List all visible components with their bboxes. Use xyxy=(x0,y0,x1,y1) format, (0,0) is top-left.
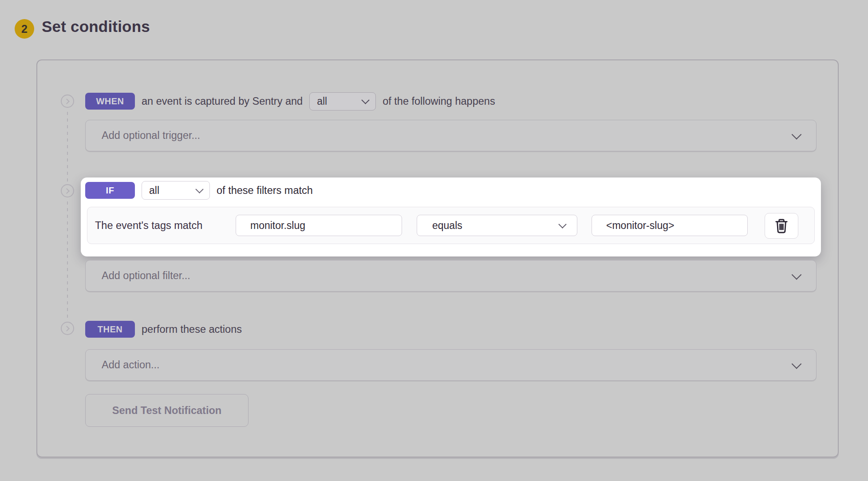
page: 2 Set conditions WHEN an event is captur… xyxy=(0,0,868,481)
filter-value-input[interactable] xyxy=(592,215,748,236)
if-badge: IF xyxy=(85,182,135,199)
delete-filter-button[interactable] xyxy=(765,213,798,239)
chevron-down-icon xyxy=(361,96,369,104)
then-badge: THEN xyxy=(85,321,135,338)
chevron-right-glyph xyxy=(64,188,70,194)
when-frequency-select-value: all xyxy=(317,95,327,107)
add-optional-filter-dropdown[interactable]: Add optional filter... xyxy=(85,260,817,292)
chevron-right-circle-icon xyxy=(61,322,74,335)
then-row: THEN perform these actions xyxy=(85,320,242,339)
when-badge: WHEN xyxy=(85,93,135,110)
page-title: Set conditions xyxy=(42,18,150,35)
chevron-right-circle-icon xyxy=(61,184,74,197)
if-spotlight-card: IF all of these filters match The event'… xyxy=(81,177,821,256)
when-text-after: of the following happens xyxy=(383,95,495,107)
chevron-down-icon xyxy=(792,129,802,139)
add-action-placeholder: Add action... xyxy=(102,359,160,371)
add-action-dropdown[interactable]: Add action... xyxy=(85,349,817,381)
send-test-notification-label: Send Test Notification xyxy=(112,405,221,417)
chevron-right-glyph xyxy=(64,99,70,104)
chevron-down-icon xyxy=(792,359,802,369)
when-text-before: an event is captured by Sentry and xyxy=(142,95,303,107)
filter-operator-select[interactable]: equals xyxy=(417,215,577,236)
if-text-after: of these filters match xyxy=(217,185,313,197)
rail-connector-line xyxy=(67,201,68,319)
filter-condition-row: The event's tags match equals xyxy=(87,207,815,244)
if-row: IF all of these filters match xyxy=(85,181,313,200)
filter-key-input[interactable] xyxy=(236,215,402,236)
trash-icon xyxy=(774,218,789,234)
add-optional-trigger-placeholder: Add optional trigger... xyxy=(102,130,200,142)
step-number-badge: 2 xyxy=(15,19,34,39)
chevron-down-icon xyxy=(792,269,802,280)
send-test-notification-button[interactable]: Send Test Notification xyxy=(85,394,249,427)
then-text-after: perform these actions xyxy=(142,323,242,335)
filter-operator-value: equals xyxy=(432,220,462,232)
if-match-select-value: all xyxy=(149,185,159,197)
chevron-right-glyph xyxy=(64,326,70,331)
add-optional-filter-placeholder: Add optional filter... xyxy=(102,270,190,282)
rail-connector-line xyxy=(67,112,68,182)
chevron-down-icon xyxy=(558,220,566,228)
if-match-select[interactable]: all xyxy=(142,181,210,200)
when-row: WHEN an event is captured by Sentry and … xyxy=(85,92,495,110)
add-optional-trigger-dropdown[interactable]: Add optional trigger... xyxy=(85,120,817,151)
when-frequency-select[interactable]: all xyxy=(309,92,376,110)
filter-label: The event's tags match xyxy=(95,207,202,244)
chevron-right-circle-icon xyxy=(61,95,74,108)
chevron-down-icon xyxy=(195,185,203,193)
step-number: 2 xyxy=(21,23,28,35)
